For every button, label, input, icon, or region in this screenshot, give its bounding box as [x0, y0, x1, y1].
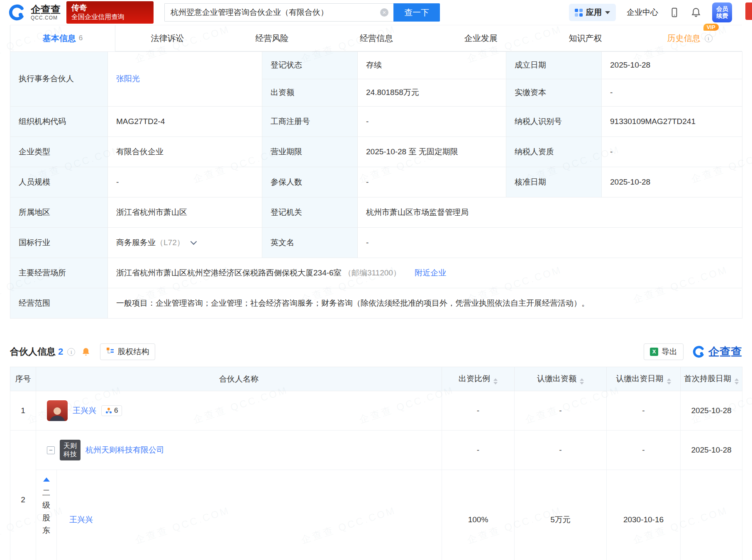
field-label: 国标行业: [10, 228, 108, 258]
info-icon[interactable]: i: [705, 34, 713, 42]
partner-name-link[interactable]: 王兴兴: [73, 405, 96, 416]
mobile-app-icon[interactable]: [669, 7, 680, 18]
secondary-shareholder-strip[interactable]: 二级股东: [36, 470, 57, 560]
equity-structure-button[interactable]: 股权结构: [100, 343, 155, 360]
sort-icon[interactable]: [580, 378, 584, 385]
partner-no: 1: [10, 391, 36, 431]
field-label: 执行事务合伙人: [10, 52, 108, 107]
tab-legal-litigation[interactable]: 法律诉讼: [115, 25, 220, 51]
promo-badge-line2: 全国企业信用查询: [71, 13, 149, 21]
nearby-companies-link[interactable]: 附近企业: [415, 268, 446, 277]
sort-icon[interactable]: [735, 378, 739, 385]
sub-shareholder-link[interactable]: 王兴兴: [69, 514, 93, 525]
partner-row: 2 − 天则 科技 杭州天则科技有限公司 - - - 2025-10-28: [10, 431, 742, 470]
field-label: 英文名: [262, 228, 358, 258]
basic-info-table: 执行事务合伙人 张阳光 登记状态 存续 成立日期 2025-10-28 出资额 …: [10, 51, 742, 319]
field-value: -: [602, 137, 742, 167]
sort-icon[interactable]: [667, 378, 671, 385]
search-button[interactable]: 查一下: [393, 3, 440, 22]
field-label: 所属地区: [10, 197, 108, 228]
notification-bell-icon[interactable]: [691, 7, 701, 18]
partner-no: 2: [10, 431, 36, 560]
partner-date: -: [607, 431, 681, 470]
member-badge-line2: 续费: [716, 12, 728, 20]
sort-icon[interactable]: [493, 378, 498, 385]
column-header-no: 序号: [10, 367, 36, 391]
field-label: 登记机关: [262, 197, 358, 228]
collapse-toggle[interactable]: −: [47, 446, 55, 454]
column-header-subscribed-date[interactable]: 认缴出资日期: [607, 367, 681, 391]
field-label: 组织机构代码: [10, 107, 108, 137]
sub-amount: 5万元: [515, 470, 607, 560]
column-header-ratio[interactable]: 出资比例: [442, 367, 515, 391]
field-value: 2025-10-28 至 无固定期限: [358, 137, 506, 167]
tab-basic-info[interactable]: 基本信息 6: [10, 25, 115, 51]
qcc-brand-text: 企查查: [708, 344, 742, 359]
field-value: 一般项目：企业管理咨询；企业管理；社会经济咨询服务；财务咨询（除依法须经批准的项…: [108, 288, 742, 319]
tab-history-info[interactable]: 历史信息 VIP i: [637, 25, 742, 51]
search-box: ×: [164, 3, 393, 22]
info-icon[interactable]: i: [67, 348, 75, 356]
partners-header: 合伙人信息 2 i 股权结构 X 导出: [10, 342, 742, 362]
tab-bar: 基本信息 6 法律诉讼 经营风险 经营信息 企业发展 知识产权 历史信息 VIP…: [10, 25, 742, 51]
tab-intellectual-property[interactable]: 知识产权: [533, 25, 638, 51]
sub-first-date: [681, 470, 742, 560]
promo-badge[interactable]: 传奇 全国企业信用查询: [66, 1, 154, 24]
main-site-address: 浙江省杭州市萧山区杭州空港经济区保税路西侧保税大厦234-6室: [116, 268, 342, 277]
main-site-postcode: （邮编311200）: [344, 268, 401, 277]
partner-avatar[interactable]: [47, 400, 68, 421]
partner-amount: -: [515, 391, 607, 431]
field-label: 实缴资本: [506, 79, 602, 107]
field-value: 杭州市萧山区市场监督管理局: [358, 197, 742, 228]
export-label: 导出: [662, 346, 677, 357]
partners-header-right: X 导出 企查查: [644, 343, 742, 360]
tab-label: 基本信息: [43, 33, 76, 44]
topbar-right: 应用 企业中心 会员 续费: [569, 2, 745, 22]
field-label: 人员规模: [10, 167, 108, 197]
search-input[interactable]: [164, 3, 393, 22]
collapse-arrow-icon: [43, 477, 50, 482]
member-renew-badge[interactable]: 会员 续费: [712, 2, 732, 22]
logo-title: 企查查: [31, 4, 61, 15]
vip-badge: VIP: [703, 24, 719, 31]
industry-code: （L72）: [156, 238, 185, 247]
logo-domain: QCC.COM: [31, 15, 61, 21]
tab-label: 法律诉讼: [151, 33, 184, 44]
related-companies-badge[interactable]: 6: [101, 405, 122, 416]
tab-company-development[interactable]: 企业发展: [429, 25, 533, 51]
sub-date: 2030-10-16: [607, 470, 681, 560]
field-label: 成立日期: [506, 52, 602, 79]
partners-table: 序号 合伙人名称 出资比例 认缴出资额 认缴出资日期 首次持股日期 1: [10, 367, 742, 560]
field-label: 经营范围: [10, 288, 108, 319]
tab-count: 6: [79, 34, 83, 42]
field-value: 24.801858万元: [358, 79, 506, 107]
partner-row: 1 王兴兴: [10, 391, 742, 431]
chevron-down-icon[interactable]: [190, 238, 197, 245]
partner-name-link[interactable]: 杭州天则科技有限公司: [85, 445, 164, 455]
field-label: 营业期限: [262, 137, 358, 167]
clear-icon[interactable]: ×: [380, 8, 388, 17]
qcc-logo-icon: [692, 345, 706, 359]
tab-operation-info[interactable]: 经营信息: [324, 25, 429, 51]
excel-icon: X: [650, 348, 658, 356]
enterprise-center-link[interactable]: 企业中心: [627, 7, 658, 18]
company-logo[interactable]: 天则 科技: [60, 440, 81, 460]
tab-label: 企业发展: [464, 33, 498, 44]
field-value: MAG27TD2-4: [108, 107, 262, 137]
qcc-logo[interactable]: 企查查 QCC.COM: [7, 3, 61, 22]
field-value: 2025-10-28: [602, 52, 742, 79]
topbar: 企查查 QCC.COM 传奇 全国企业信用查询 × 查一下 应用 企业中心: [0, 0, 752, 25]
tab-operation-risk[interactable]: 经营风险: [220, 25, 324, 51]
column-header-first-hold-date[interactable]: 首次持股日期: [681, 367, 742, 391]
floating-activity-tab[interactable]: [745, 2, 752, 20]
executive-partner-link[interactable]: 张阳光: [116, 74, 140, 83]
export-button[interactable]: X 导出: [644, 343, 684, 360]
partners-title: 合伙人信息: [10, 346, 56, 358]
promo-badge-line1: 传奇: [71, 3, 149, 13]
search-group: × 查一下: [164, 3, 440, 22]
apps-menu[interactable]: 应用: [569, 4, 616, 21]
subscribe-bell-icon[interactable]: [81, 347, 91, 357]
column-header-subscribed-amount[interactable]: 认缴出资额: [515, 367, 607, 391]
apps-label: 应用: [586, 7, 602, 18]
field-label: 主要经营场所: [10, 258, 108, 288]
